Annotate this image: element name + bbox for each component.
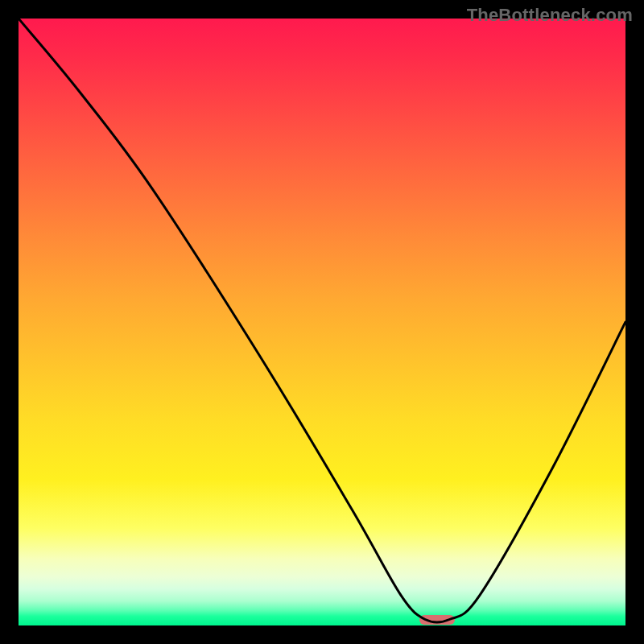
chart-frame: TheBottleneck.com bbox=[0, 0, 644, 644]
plot-area bbox=[19, 19, 625, 625]
bottleneck-curve bbox=[19, 19, 625, 625]
curve-path bbox=[19, 19, 625, 622]
watermark-text: TheBottleneck.com bbox=[467, 5, 633, 26]
